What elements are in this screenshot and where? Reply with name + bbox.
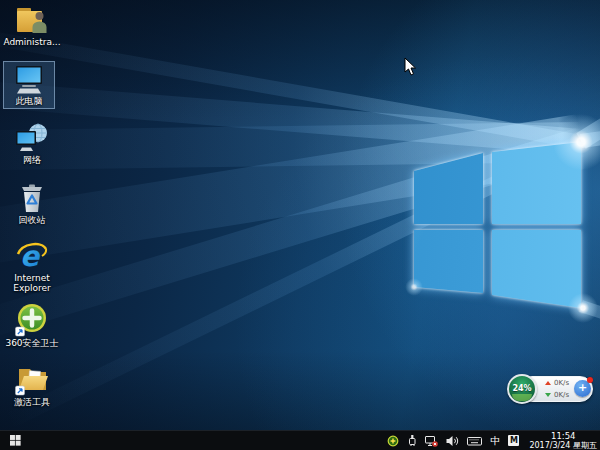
upload-speed: 0K/s — [554, 379, 569, 387]
sparkle-glow — [566, 291, 600, 325]
internet-explorer-icon: e — [16, 240, 48, 272]
icon-label: 回收站 — [1, 215, 63, 225]
upload-arrow-icon — [545, 381, 551, 385]
system-tray: 中 M 11:54 2017/3/24 星期五 — [387, 432, 600, 450]
windows-logo-icon — [10, 435, 21, 446]
download-arrow-icon — [545, 393, 551, 397]
icon-label: Internet Explorer — [1, 273, 63, 293]
this-pc-icon — [11, 65, 47, 95]
ime-mode-indicator[interactable]: 中 — [490, 436, 500, 446]
clock-date: 2017/3/24 星期五 — [529, 441, 597, 450]
clock-time: 11:54 — [551, 432, 576, 441]
sparkle-glow — [404, 277, 424, 297]
desktop-icon-user-folder[interactable]: Administra... — [1, 4, 63, 47]
keyboard-icon[interactable] — [467, 435, 482, 447]
start-button[interactable] — [0, 431, 33, 450]
network-speeds: 0K/s 0K/s — [545, 377, 569, 401]
memory-percent: 24% — [509, 376, 535, 401]
memory-usage-ball[interactable]: 24% — [507, 374, 537, 404]
360-safe-icon — [15, 303, 49, 337]
taskbar-clock[interactable]: 11:54 2017/3/24 星期五 — [527, 432, 597, 450]
desktop-icon-this-pc[interactable]: 此电脑 — [3, 61, 55, 109]
mouse-cursor — [404, 57, 418, 77]
recycle-bin-icon — [16, 182, 48, 214]
icon-label: Administra... — [1, 37, 63, 47]
desktop-icon-internet-explorer[interactable]: e Internet Explorer — [1, 240, 63, 293]
icon-label: 360安全卫士 — [1, 338, 63, 348]
icon-label: 网络 — [1, 155, 63, 165]
network-icon — [14, 122, 50, 154]
desktop-icon-activation-tool[interactable]: 激活工具 — [1, 364, 63, 407]
icon-label: 激活工具 — [1, 397, 63, 407]
desktop-icon-360-safe[interactable]: 360安全卫士 — [1, 303, 63, 348]
notification-dot — [587, 377, 593, 383]
network-disconnected-icon[interactable] — [425, 435, 438, 447]
activation-tool-folder-icon — [15, 364, 49, 396]
desktop-icon-recycle-bin[interactable]: 回收站 — [1, 182, 63, 225]
upload-row: 0K/s — [545, 377, 569, 389]
360-speed-widget[interactable]: 24% 0K/s 0K/s + — [507, 374, 593, 404]
icon-label: 此电脑 — [6, 96, 52, 106]
download-row: 0K/s — [545, 389, 569, 401]
360-tray-icon[interactable] — [387, 435, 399, 447]
user-folder-icon — [14, 4, 50, 36]
windows-desktop: Administra... 此电脑 网络 — [0, 0, 600, 450]
volume-icon[interactable] — [446, 435, 459, 447]
download-speed: 0K/s — [554, 391, 569, 399]
ime-badge[interactable]: M — [508, 435, 519, 446]
usb-device-icon[interactable] — [407, 434, 417, 447]
desktop-icon-network[interactable]: 网络 — [1, 122, 63, 165]
taskbar: 中 M 11:54 2017/3/24 星期五 — [0, 430, 600, 450]
